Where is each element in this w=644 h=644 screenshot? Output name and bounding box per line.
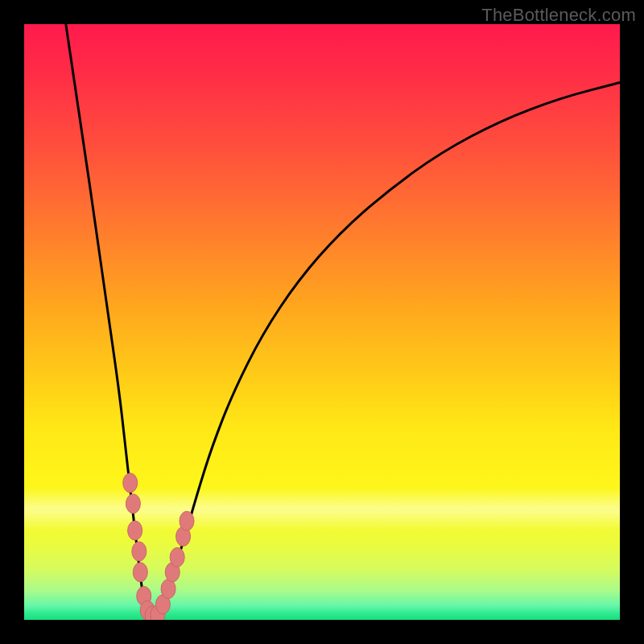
- chart-frame: TheBottleneck.com: [0, 0, 644, 644]
- watermark-text: TheBottleneck.com: [481, 5, 636, 26]
- data-dots: [123, 473, 194, 620]
- curve-layer: [24, 24, 620, 620]
- data-dot: [132, 542, 147, 561]
- data-dot: [133, 563, 147, 582]
- plot-area: [24, 24, 620, 620]
- data-dot: [180, 511, 194, 530]
- data-dot: [170, 547, 184, 567]
- curve-right-branch: [154, 83, 620, 618]
- data-dot: [128, 521, 142, 540]
- data-dot: [126, 494, 140, 514]
- data-dot: [123, 473, 138, 493]
